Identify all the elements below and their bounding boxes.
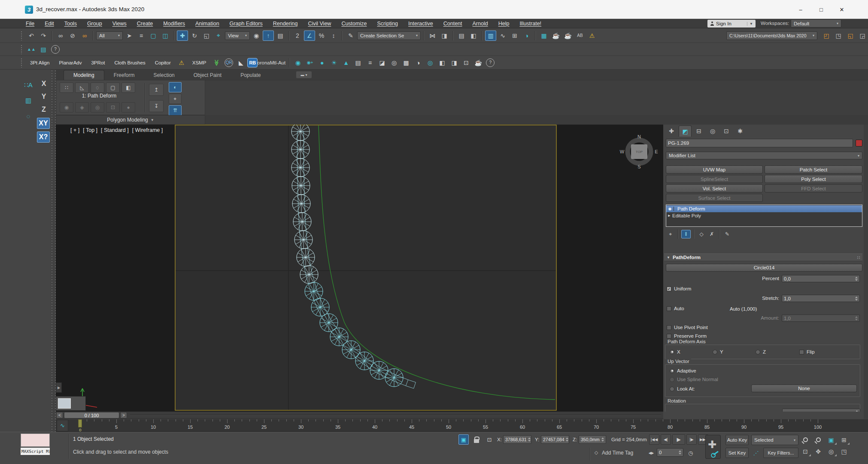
axis-constraint-x[interactable]: X (38, 78, 50, 89)
spinner-arrows-icon[interactable] (854, 296, 858, 301)
auto-key-button[interactable]: Auto Key (725, 435, 749, 445)
hierarchy-tab[interactable]: ⊟ (692, 125, 705, 137)
element-mode-button[interactable]: ◧ (121, 82, 135, 93)
zoom-extents-all-button[interactable]: ⊞ (838, 434, 850, 445)
corona-teapot-button[interactable]: ☕ (473, 58, 484, 68)
window-crossing-button[interactable]: ◫ (160, 31, 171, 41)
restore-button[interactable]: □ (814, 3, 829, 16)
axis-constraint-y[interactable]: Y (38, 91, 50, 102)
corona-layers-button[interactable]: ▩ (401, 58, 412, 68)
plugin-xsmp-button[interactable]: XSMP (188, 58, 211, 68)
tab-modeling[interactable]: Modeling (64, 70, 104, 80)
select-and-place-button[interactable]: ⌖ (213, 31, 224, 41)
percent-field[interactable]: 0,0 (782, 275, 860, 282)
viewport[interactable]: [ + ] [ Top ] [ Standard ] [ Wireframe ]… (56, 125, 663, 412)
border-mode-button[interactable]: ◌ (91, 82, 104, 93)
pin-ribbon-toggle[interactable]: ⌖ (169, 94, 182, 104)
key-mode-dropdown[interactable]: Selected ▾ (751, 435, 798, 445)
viewport-layout-tab[interactable] (56, 396, 86, 411)
select-and-move-button[interactable]: ✚ (177, 31, 188, 41)
menu-interactive[interactable]: Interactive (403, 19, 438, 28)
corona-camera-button[interactable]: ◉ (292, 58, 303, 68)
project-tool-button-4[interactable]: ◲ (857, 31, 868, 41)
pin-stack-button[interactable]: ⌖ (666, 230, 675, 238)
layer-explorer-button[interactable]: ▤ (456, 31, 467, 41)
corona-scatter-button[interactable]: ▤ (352, 58, 364, 68)
flip-checkbox[interactable]: Flip (799, 349, 815, 354)
object-name-field[interactable]: PG-1.269 (666, 139, 853, 147)
menu-help[interactable]: Help (493, 19, 515, 28)
menu-create[interactable]: Create (132, 19, 158, 28)
absolute-offset-toggle[interactable]: ⊡ (484, 434, 495, 445)
menu-group[interactable]: Group (82, 19, 107, 28)
orbit-button[interactable]: ◎ (825, 446, 837, 457)
menu-edit[interactable]: Edit (39, 19, 59, 28)
corona-light-button[interactable]: ● (316, 58, 328, 68)
plugin-planaradv-button[interactable]: PlanarAdv (55, 58, 86, 68)
axis-constraint-xy[interactable]: XY (37, 118, 50, 129)
previous-modifier-button[interactable]: ↥ (149, 84, 164, 96)
mini-curve-editor-button[interactable]: ∿ (57, 420, 68, 431)
selection-region-button[interactable]: ▢ (148, 31, 159, 41)
spinner-arrows-icon[interactable] (565, 437, 568, 442)
select-and-rotate-button[interactable]: ↻ (189, 31, 200, 41)
project-tool-button-3[interactable]: ◱ (845, 31, 856, 41)
plugin-3prot-button[interactable]: 3PRot (87, 58, 109, 68)
render-warning-button[interactable]: ⚠ (586, 31, 598, 41)
modeling-tool-button-5[interactable]: ● (121, 102, 135, 113)
next-modifier-button[interactable]: ↧ (149, 100, 164, 112)
named-selection-dropdown[interactable]: Create Selection Se▾ (357, 31, 421, 40)
modeling-tool-button-4[interactable]: ⊡ (106, 102, 120, 113)
menu-tools[interactable]: Tools (59, 19, 82, 28)
angle-snap-button[interactable]: ∠ (304, 31, 315, 41)
app-icon[interactable]: 3 (25, 6, 33, 14)
current-frame-field[interactable]: 0 (657, 448, 683, 457)
y-coordinate-field[interactable]: 27457,084 (541, 435, 569, 444)
current-frame-marker[interactable] (78, 419, 82, 427)
zoom-extents-button[interactable]: ▣ (825, 434, 837, 445)
maximize-viewport-button[interactable]: ◳ (838, 446, 850, 457)
viewport-menu-pov[interactable]: [ Top ] (83, 127, 97, 133)
time-configuration-button[interactable]: ◷ (686, 448, 695, 458)
bind-to-spacewarp-button[interactable]: ∞ (79, 31, 90, 41)
workspaces-dropdown[interactable]: Default ▾ (791, 19, 841, 27)
material-editor-button[interactable]: ◑ (521, 31, 532, 41)
toolbar-grip[interactable] (21, 58, 23, 67)
use-pivot-point-button[interactable]: ◉ (251, 31, 262, 41)
go-to-start-button[interactable]: |◀◀ (649, 434, 659, 445)
mirror-button[interactable]: ⋈ (427, 31, 438, 41)
menu-file[interactable]: File (21, 19, 39, 28)
plugins-help-button[interactable]: ? (51, 45, 60, 54)
select-and-link-button[interactable]: ∞ (55, 31, 66, 41)
panel-scrollbar[interactable] (864, 125, 868, 419)
viewport-layout-arrow-button[interactable]: ▶ (56, 382, 62, 393)
menu-illustrate-[interactable]: Illustrate! (514, 19, 546, 28)
menu-rendering[interactable]: Rendering (268, 19, 303, 28)
zoom-region-button[interactable]: ⊡ (799, 446, 811, 457)
toolbar-grip[interactable] (21, 31, 23, 40)
tab-freeform[interactable]: Freeform (104, 70, 144, 80)
show-end-result-ribbon-toggle[interactable]: ⇈ (169, 105, 182, 116)
spinner-arrows-icon[interactable] (854, 277, 858, 281)
show-cage-toggle[interactable]: ◐ (169, 82, 182, 92)
make-unique-button[interactable]: ◇ (697, 230, 706, 238)
rollout-header[interactable]: ▼ PathDeform ∷ (664, 253, 862, 261)
modeling-tool-button-2[interactable]: ◈ (75, 102, 89, 113)
stretch-field[interactable]: 1,0 (782, 295, 860, 302)
axis-constraint-z[interactable]: Z (38, 104, 50, 115)
stack-row-path-deform[interactable]: ◉Path Deform (666, 205, 862, 212)
curve-editor-button[interactable]: ∿ (497, 31, 508, 41)
plugin-copitor-button[interactable]: Copitor (151, 58, 175, 68)
look-at-radio[interactable]: Look At: (670, 386, 695, 391)
corona-list-button[interactable]: ≡ (364, 58, 376, 68)
selection-filter-dropdown[interactable]: All▾ (96, 31, 123, 40)
viewport-canvas[interactable]: NSEWTOP (56, 125, 663, 412)
maxscript-listener-tab[interactable]: MAXScript Mi (21, 448, 50, 455)
undo-button[interactable]: ↶ (26, 31, 37, 41)
render-ab-button[interactable]: AB (574, 31, 586, 41)
key-filters-button[interactable]: Key Filters... (763, 448, 798, 458)
object-color-swatch[interactable] (856, 140, 862, 147)
path-object-button[interactable]: Circle014 (666, 264, 862, 272)
polygon-modeling-panel-button[interactable]: Polygon Modeling ▼ (56, 115, 205, 125)
plugin-wedge-icon[interactable]: ◣ (235, 58, 246, 68)
